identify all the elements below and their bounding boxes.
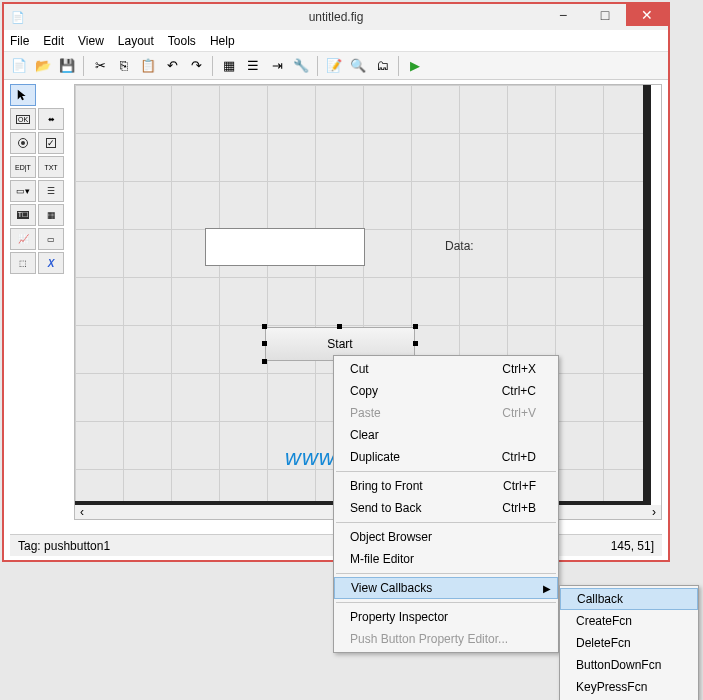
view-callbacks-submenu: Callback CreateFcn DeleteFcn ButtonDownF… [559,585,699,700]
status-coords: 145, 51] [611,539,654,553]
component-palette: OK ⬌ ED|T TXT ▭▾ ☰ T☐ ▦ 📈 ▭ [10,84,68,274]
toolbar-sep [398,56,399,76]
panel-tool[interactable]: ▭ [38,228,64,250]
submenu-deletefcn[interactable]: DeleteFcn [560,632,698,654]
context-menu: CutCtrl+X CopyCtrl+C PasteCtrl+V Clear D… [333,355,559,653]
scroll-left-arrow[interactable]: ‹ [75,505,89,519]
axes-tool[interactable]: 📈 [10,228,36,250]
toolbar-sep [212,56,213,76]
edit-text-component[interactable] [205,228,365,266]
align-icon[interactable]: ▦ [218,55,240,77]
ctx-property-inspector[interactable]: Property Inspector [334,606,558,628]
property-inspector-icon[interactable]: 🔍 [347,55,369,77]
menu-separator [336,602,556,603]
close-button[interactable]: ✕ [626,4,668,26]
menu-edit[interactable]: Edit [43,34,64,48]
open-icon[interactable]: 📂 [32,55,54,77]
undo-icon[interactable]: ↶ [161,55,183,77]
ctx-send-to-back[interactable]: Send to BackCtrl+B [334,497,558,519]
menu-editor-icon[interactable]: ☰ [242,55,264,77]
status-tag: Tag: pushbutton1 [18,539,110,553]
menu-separator [336,573,556,574]
radio-tool[interactable] [10,132,36,154]
ctx-cut[interactable]: CutCtrl+X [334,358,558,380]
submenu-buttondownfcn[interactable]: ButtonDownFcn [560,654,698,676]
menu-view[interactable]: View [78,34,104,48]
listbox-tool[interactable]: ☰ [38,180,64,202]
menu-layout[interactable]: Layout [118,34,154,48]
submenu-keypressfcn[interactable]: KeyPressFcn [560,676,698,698]
popup-menu-tool[interactable]: ▭▾ [10,180,36,202]
ctx-duplicate[interactable]: DuplicateCtrl+D [334,446,558,468]
menu-separator [336,471,556,472]
ctx-paste: PasteCtrl+V [334,402,558,424]
toggle-button-tool[interactable]: T☐ [10,204,36,226]
submenu-callback[interactable]: Callback [560,588,698,610]
toolbar-sep [317,56,318,76]
static-text-tool[interactable]: TXT [38,156,64,178]
minimize-button[interactable]: − [542,4,584,26]
toolbar: 📄 📂 💾 ✂ ⎘ 📋 ↶ ↷ ▦ ☰ ⇥ 🔧 📝 🔍 🗂 ▶ [4,52,668,80]
ctx-mfile-editor[interactable]: M-file Editor [334,548,558,570]
ctx-clear[interactable]: Clear [334,424,558,446]
select-tool[interactable] [10,84,36,106]
toolbar-editor-icon[interactable]: 🔧 [290,55,312,77]
edit-text-tool[interactable]: ED|T [10,156,36,178]
activex-tool[interactable]: X [38,252,64,274]
submenu-createfcn[interactable]: CreateFcn [560,610,698,632]
app-icon: 📄 [10,9,26,25]
menu-bar: File Edit View Layout Tools Help [4,30,668,52]
ctx-object-browser[interactable]: Object Browser [334,526,558,548]
save-icon[interactable]: 💾 [56,55,78,77]
tab-order-icon[interactable]: ⇥ [266,55,288,77]
pushbutton-tool[interactable]: OK [10,108,36,130]
object-browser-icon[interactable]: 🗂 [371,55,393,77]
cut-icon[interactable]: ✂ [89,55,111,77]
scroll-right-arrow[interactable]: › [647,505,661,519]
pushbutton-label: Start [327,337,352,351]
slider-tool[interactable]: ⬌ [38,108,64,130]
mfile-editor-icon[interactable]: 📝 [323,55,345,77]
window-controls: − □ ✕ [542,4,668,26]
run-icon[interactable]: ▶ [404,55,426,77]
maximize-button[interactable]: □ [584,4,626,26]
new-icon[interactable]: 📄 [8,55,30,77]
menu-file[interactable]: File [10,34,29,48]
title-bar: 📄 untitled.fig − □ ✕ [4,4,668,30]
menu-separator [336,522,556,523]
submenu-arrow-icon: ▶ [543,583,551,594]
ctx-copy[interactable]: CopyCtrl+C [334,380,558,402]
ctx-push-button-property-editor: Push Button Property Editor... [334,628,558,650]
canvas-edge-right [643,85,651,505]
copy-icon[interactable]: ⎘ [113,55,135,77]
toolbar-sep [83,56,84,76]
redo-icon[interactable]: ↷ [185,55,207,77]
table-tool[interactable]: ▦ [38,204,64,226]
menu-tools[interactable]: Tools [168,34,196,48]
ctx-view-callbacks[interactable]: View Callbacks▶ [334,577,558,599]
paste-icon[interactable]: 📋 [137,55,159,77]
button-group-tool[interactable]: ⬚ [10,252,36,274]
checkbox-tool[interactable] [38,132,64,154]
static-text-data[interactable]: Data: [445,239,474,253]
ctx-bring-to-front[interactable]: Bring to FrontCtrl+F [334,475,558,497]
menu-help[interactable]: Help [210,34,235,48]
